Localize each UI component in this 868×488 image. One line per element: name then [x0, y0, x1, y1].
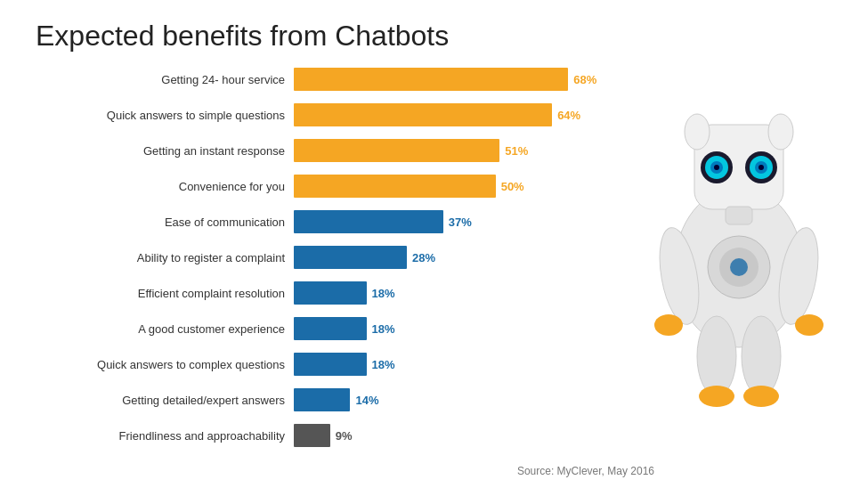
- bar-label: Efficient complaint resolution: [36, 287, 294, 300]
- svg-point-21: [742, 316, 781, 396]
- bar-row: Getting 24- hour service68%: [36, 64, 605, 94]
- svg-point-10: [714, 165, 719, 170]
- bar-label: Quick answers to simple questions: [36, 109, 294, 122]
- bar-label: Getting detailed/expert answers: [36, 394, 294, 407]
- bar-fill: [294, 246, 407, 269]
- bar-label: Ease of communication: [36, 216, 294, 229]
- bar-track: 37%: [294, 210, 605, 233]
- bar-label: Getting 24- hour service: [36, 73, 294, 86]
- bar-fill: [294, 210, 443, 233]
- bar-fill: [294, 175, 496, 198]
- bar-track: 14%: [294, 388, 605, 411]
- bar-track: 18%: [294, 353, 605, 376]
- svg-point-3: [768, 114, 793, 150]
- bar-label: Ability to register a complaint: [36, 251, 294, 264]
- chart-area: Getting 24- hour service68%Quick answers…: [0, 61, 605, 453]
- bar-row: Quick answers to complex questions18%: [36, 349, 605, 379]
- bar-row: Getting an instant response51%: [36, 135, 605, 166]
- bar-row: Convenience for you50%: [36, 171, 605, 201]
- bar-percent: 68%: [573, 73, 596, 86]
- bar-row: A good customer experience18%: [36, 313, 605, 344]
- bar-label: Quick answers to complex questions: [36, 358, 294, 371]
- svg-point-19: [795, 314, 823, 336]
- svg-point-15: [730, 258, 748, 276]
- bar-fill: [294, 317, 367, 340]
- bar-percent: 18%: [372, 358, 395, 371]
- bar-fill: [294, 103, 552, 126]
- bar-track: 68%: [294, 68, 605, 91]
- bar-percent: 64%: [557, 109, 580, 122]
- svg-point-18: [654, 314, 683, 336]
- bar-fill: [294, 424, 330, 447]
- bar-row: Ease of communication37%: [36, 207, 605, 237]
- svg-point-20: [697, 316, 736, 396]
- bar-label: A good customer experience: [36, 322, 294, 336]
- bar-row: Friendliness and approachability9%: [36, 420, 605, 451]
- svg-point-11: [758, 165, 764, 170]
- bar-row: Efficient complaint resolution18%: [36, 278, 605, 308]
- bar-fill: [294, 139, 499, 162]
- bar-track: 28%: [294, 246, 605, 269]
- bar-percent: 18%: [372, 322, 395, 336]
- bar-fill: [294, 281, 367, 305]
- svg-point-23: [743, 386, 779, 407]
- bar-track: 50%: [294, 175, 605, 198]
- bar-row: Ability to register a complaint28%: [36, 242, 605, 272]
- bar-percent: 28%: [412, 251, 435, 264]
- bar-row: Getting detailed/expert answers14%: [36, 385, 605, 415]
- bar-row: Quick answers to simple questions64%: [36, 100, 605, 130]
- bar-track: 64%: [294, 103, 605, 126]
- bar-fill: [294, 353, 367, 376]
- bar-percent: 51%: [505, 144, 528, 158]
- svg-point-22: [699, 386, 734, 407]
- bar-percent: 14%: [355, 394, 378, 407]
- robot-illustration: [637, 53, 850, 445]
- bar-fill: [294, 388, 350, 411]
- bar-percent: 37%: [449, 216, 472, 229]
- bar-track: 18%: [294, 281, 605, 305]
- bar-percent: 50%: [501, 180, 524, 193]
- page-title: Expected benefits from Chatbots: [0, 0, 868, 61]
- bar-label: Getting an instant response: [36, 144, 294, 158]
- source-label: Source: MyClever, May 2016: [517, 465, 654, 477]
- bar-label: Convenience for you: [36, 180, 294, 193]
- bar-track: 18%: [294, 317, 605, 340]
- bar-percent: 18%: [372, 287, 395, 300]
- bar-percent: 9%: [336, 429, 353, 443]
- bar-track: 51%: [294, 139, 605, 162]
- bar-label: Friendliness and approachability: [36, 429, 294, 443]
- svg-rect-12: [726, 207, 752, 224]
- svg-point-2: [685, 114, 710, 150]
- bar-fill: [294, 68, 568, 91]
- bar-track: 9%: [294, 424, 605, 447]
